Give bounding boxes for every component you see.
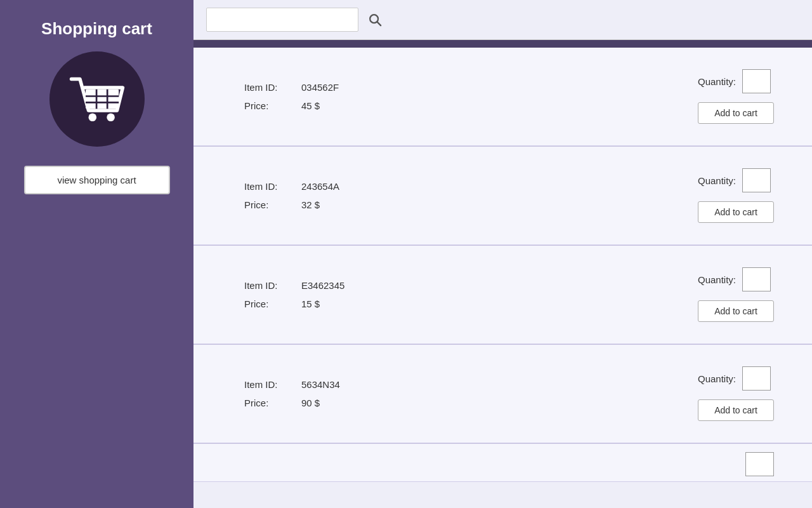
item-details: Item ID: E3462345 Price: 15 $ <box>244 280 344 309</box>
item-actions: Quantity: Add to cart <box>698 69 774 124</box>
quantity-input[interactable] <box>742 69 771 93</box>
quantity-input[interactable] <box>742 168 771 192</box>
item-id-row: Item ID: E3462345 <box>244 280 344 291</box>
shopping-cart-icon <box>69 70 126 128</box>
item-card-partial <box>193 444 812 482</box>
search-input[interactable] <box>206 8 358 32</box>
item-id-row: Item ID: 5634N34 <box>244 379 340 390</box>
item-card: Item ID: E3462345 Price: 15 $ Quantity: … <box>193 246 812 344</box>
add-to-cart-button[interactable]: Add to cart <box>698 201 774 223</box>
item-actions: Quantity: Add to cart <box>698 168 774 223</box>
price-row: Price: 90 $ <box>244 398 340 408</box>
item-id-label: Item ID: <box>244 181 295 192</box>
search-button[interactable] <box>363 8 386 31</box>
price-value: 15 $ <box>301 298 320 309</box>
item-id-label: Item ID: <box>244 82 295 93</box>
quantity-label: Quantity: <box>698 373 736 384</box>
quantity-label: Quantity: <box>698 76 736 87</box>
price-value: 32 $ <box>301 199 320 210</box>
item-id-label: Item ID: <box>244 379 295 390</box>
item-id-value: 243654A <box>301 181 339 192</box>
price-value: 90 $ <box>301 398 320 408</box>
main-content: Item ID: 034562F Price: 45 $ Quantity: A… <box>193 0 812 508</box>
header-bar <box>193 40 812 48</box>
item-id-value: E3462345 <box>301 280 344 291</box>
quantity-row <box>745 452 774 476</box>
items-container: Item ID: 034562F Price: 45 $ Quantity: A… <box>193 40 812 508</box>
quantity-label: Quantity: <box>698 175 736 186</box>
price-label: Price: <box>244 100 295 111</box>
item-card: Item ID: 034562F Price: 45 $ Quantity: A… <box>193 48 812 146</box>
quantity-input[interactable] <box>745 452 774 476</box>
price-value: 45 $ <box>301 100 320 111</box>
quantity-row: Quantity: <box>698 168 771 192</box>
item-id-value: 5634N34 <box>301 379 340 390</box>
price-label: Price: <box>244 199 295 210</box>
item-card: Item ID: 5634N34 Price: 90 $ Quantity: A… <box>193 345 812 443</box>
add-to-cart-button[interactable]: Add to cart <box>698 300 774 322</box>
quantity-row: Quantity: <box>698 69 771 93</box>
add-to-cart-button[interactable]: Add to cart <box>698 102 774 124</box>
price-row: Price: 45 $ <box>244 100 339 111</box>
sidebar-title: Shopping cart <box>0 13 193 51</box>
item-details: Item ID: 5634N34 Price: 90 $ <box>244 379 340 408</box>
item-actions: Quantity: Add to cart <box>698 267 774 322</box>
view-cart-button[interactable]: view shopping cart <box>24 166 170 194</box>
item-id-row: Item ID: 243654A <box>244 181 339 192</box>
svg-rect-0 <box>86 90 119 109</box>
svg-point-5 <box>88 114 96 122</box>
add-to-cart-button[interactable]: Add to cart <box>698 399 774 421</box>
sidebar: Shopping cart view shopping cart <box>0 0 193 508</box>
quantity-row: Quantity: <box>698 267 771 291</box>
item-id-label: Item ID: <box>244 280 295 291</box>
quantity-input[interactable] <box>742 366 771 391</box>
item-actions <box>745 452 774 476</box>
cart-icon-container <box>49 51 145 147</box>
quantity-input[interactable] <box>742 267 771 291</box>
item-card: Item ID: 243654A Price: 32 $ Quantity: A… <box>193 147 812 245</box>
price-label: Price: <box>244 298 295 309</box>
svg-point-6 <box>107 114 115 122</box>
item-actions: Quantity: Add to cart <box>698 366 774 421</box>
quantity-label: Quantity: <box>698 274 736 285</box>
item-id-value: 034562F <box>301 82 339 93</box>
price-row: Price: 15 $ <box>244 298 344 309</box>
search-area <box>193 0 812 40</box>
quantity-row: Quantity: <box>698 366 771 391</box>
svg-line-8 <box>377 22 381 25</box>
price-row: Price: 32 $ <box>244 199 339 210</box>
search-icon <box>368 13 382 27</box>
item-details: Item ID: 243654A Price: 32 $ <box>244 181 339 210</box>
item-details: Item ID: 034562F Price: 45 $ <box>244 82 339 111</box>
item-id-row: Item ID: 034562F <box>244 82 339 93</box>
price-label: Price: <box>244 398 295 408</box>
